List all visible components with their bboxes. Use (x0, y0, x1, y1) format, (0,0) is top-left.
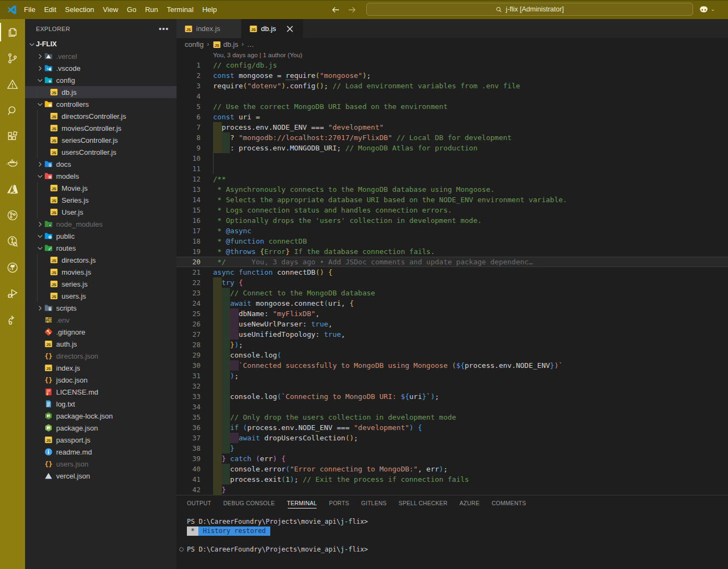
menu-edit[interactable]: Edit (40, 0, 60, 19)
menu-help[interactable]: Help (198, 0, 221, 19)
tree-item-vercel.json[interactable]: vercel.json (25, 470, 177, 482)
code-line-42[interactable]: 42 } (177, 485, 728, 495)
activitybar-search[interactable] (0, 98, 25, 124)
tree-item-directors.js[interactable]: JSdirectors.js (25, 254, 177, 266)
breadcrumb-item[interactable]: config (185, 40, 204, 49)
code-line-15[interactable]: 15 * Logs connection status and handles … (177, 205, 728, 215)
close-tab-icon[interactable] (284, 23, 295, 34)
code-line-12[interactable]: 12/** (177, 174, 728, 184)
forward-arrow-icon[interactable] (348, 5, 356, 14)
code-line-29[interactable]: 29 console.log( (177, 350, 728, 360)
tree-root[interactable]: J-FLIX (25, 38, 177, 50)
menu-selection[interactable]: Selection (60, 0, 98, 19)
code-line-40[interactable]: 40 console.error("Error connecting to Mo… (177, 464, 728, 474)
breadcrumb-item[interactable]: … (247, 40, 254, 49)
terminal[interactable]: PS D:\CareerFoundry\Projects\movie_api\j… (177, 510, 728, 569)
code-line-1[interactable]: 1// config/db.js (177, 60, 728, 70)
gitlens-codelens[interactable]: You, 3 days ago | 1 author (You) (177, 50, 728, 60)
tree-item-jsdoc.json[interactable]: {}jsdoc.json (25, 374, 177, 386)
tree-item-moviesController.js[interactable]: JSmoviesController.js (25, 122, 177, 134)
activitybar-azure[interactable] (0, 176, 25, 202)
menu-terminal[interactable]: Terminal (162, 0, 198, 19)
command-decoration-icon[interactable] (179, 547, 184, 552)
panel-tab-terminal[interactable]: TERMINAL (281, 495, 323, 510)
panel-tab-comments[interactable]: COMMENTS (486, 495, 532, 510)
tree-item-users.json[interactable]: {}users.json (25, 458, 177, 470)
tree-item-seriesController.js[interactable]: JSseriesController.js (25, 134, 177, 146)
code-line-26[interactable]: 26 useNewUrlParser: true, (177, 319, 728, 329)
code-line-23[interactable]: 23 // Connect to the MongoDB database (177, 288, 728, 298)
tree-item-Movie.js[interactable]: JSMovie.js (25, 182, 177, 194)
menu-view[interactable]: View (99, 0, 123, 19)
code-line-16[interactable]: 16 * Optionally drops the 'users' collec… (177, 215, 728, 226)
tree-item-models[interactable]: models (25, 170, 177, 182)
back-arrow-icon[interactable] (331, 5, 340, 14)
tree-item-series.js[interactable]: JSseries.js (25, 278, 177, 290)
code-line-39[interactable]: 39 } catch (err) { (177, 453, 728, 464)
tree-item-db.js[interactable]: JSdb.js (25, 86, 177, 98)
tree-item-index.js[interactable]: JSindex.js (25, 362, 177, 374)
code-editor[interactable]: You, 3 days ago | 1 author (You) 1// con… (177, 50, 728, 495)
tree-item-directorsController.js[interactable]: JSdirectorsController.js (25, 110, 177, 122)
tree-item-scripts[interactable]: scripts (25, 302, 177, 314)
code-line-28[interactable]: 28 }); (177, 340, 728, 350)
code-line-41[interactable]: 41 process.exit(1); // Exit the process … (177, 474, 728, 485)
tree-item-passport.js[interactable]: JSpassport.js (25, 434, 177, 446)
code-line-32[interactable]: 32 (177, 381, 728, 391)
code-line-6[interactable]: 6const uri = (177, 112, 728, 122)
breadcrumb-item[interactable]: db.js (223, 40, 238, 49)
activitybar-gitlens[interactable] (0, 228, 25, 255)
code-line-36[interactable]: 36 if (process.env.NODE_ENV === "develop… (177, 422, 728, 433)
tab-db.js[interactable]: JSdb.js (241, 19, 302, 38)
menu-file[interactable]: File (20, 0, 40, 19)
code-line-13[interactable]: 13 * Asynchronously connects to the Mong… (177, 184, 728, 195)
code-line-20[interactable]: 20 */ You, 3 days ago • Add JSDoc commen… (177, 257, 728, 267)
panel-tab-gitlens[interactable]: GITLENS (355, 495, 393, 510)
code-line-34[interactable]: 34 (177, 402, 728, 412)
tree-item-auth.js[interactable]: JSauth.js (25, 338, 177, 350)
code-line-9[interactable]: 9 : process.env.MONGODB_URI; // MongoDB … (177, 143, 728, 153)
code-line-21[interactable]: 21async function connectDB() { (177, 267, 728, 277)
tree-item-Series.js[interactable]: JSSeries.js (25, 194, 177, 206)
activitybar-live-share[interactable] (0, 307, 25, 333)
code-line-22[interactable]: 22 try { (177, 277, 728, 288)
tree-item-.gitignore[interactable]: .gitignore (25, 326, 177, 338)
code-line-17[interactable]: 17 * @async (177, 226, 728, 236)
code-line-10[interactable]: 10 (177, 153, 728, 164)
code-line-27[interactable]: 27 useUnifiedTopology: true, (177, 329, 728, 340)
code-line-4[interactable]: 4 (177, 91, 728, 101)
activitybar-problems[interactable] (0, 71, 25, 98)
tree-item-package-lock.json[interactable]: package-lock.json (25, 410, 177, 422)
code-line-30[interactable]: 30 `Connected successfully to MongoDB us… (177, 360, 728, 371)
tree-item-movies.js[interactable]: JSmovies.js (25, 266, 177, 278)
code-line-25[interactable]: 25 dbName: "myFlixDB", (177, 308, 728, 319)
tree-item-.vscode[interactable]: .vscode (25, 62, 177, 74)
panel-tab-ports[interactable]: PORTS (323, 495, 355, 510)
code-line-35[interactable]: 35 // Only drop the users collection in … (177, 412, 728, 422)
code-line-19[interactable]: 19 * @throws {Error} If the database con… (177, 246, 728, 257)
panel-tab-azure[interactable]: AZURE (453, 495, 486, 510)
tree-item-users.js[interactable]: JSusers.js (25, 290, 177, 302)
tree-item-User.js[interactable]: JSUser.js (25, 206, 177, 218)
menu-go[interactable]: Go (123, 0, 141, 19)
tree-item-.vercel[interactable]: .vercel (25, 50, 177, 62)
activitybar-github[interactable] (0, 255, 25, 281)
tree-item-config[interactable]: config (25, 74, 177, 86)
menu-run[interactable]: Run (141, 0, 162, 19)
tree-item-docs[interactable]: docs (25, 158, 177, 170)
activitybar-extensions[interactable] (0, 124, 25, 150)
code-line-5[interactable]: 5// Use the correct MongoDB URI based on… (177, 101, 728, 112)
panel-tab-debug-console[interactable]: DEBUG CONSOLE (217, 495, 281, 510)
tree-item-readme.md[interactable]: readme.md (25, 446, 177, 458)
activitybar-docker[interactable] (0, 150, 25, 176)
tree-item-routes[interactable]: routes (25, 242, 177, 254)
tree-item-log.txt[interactable]: log.txt (25, 398, 177, 410)
tree-item-node_modules[interactable]: node_modules (25, 218, 177, 230)
code-line-38[interactable]: 38 } (177, 443, 728, 453)
code-line-18[interactable]: 18 * @function connectDB (177, 236, 728, 246)
code-line-8[interactable]: 8 ? "mongodb://localhost:27017/myFlixDB"… (177, 132, 728, 143)
activitybar-explorer[interactable] (0, 19, 25, 45)
panel-tab-output[interactable]: OUTPUT (181, 495, 217, 510)
activitybar-git-graph[interactable] (0, 202, 25, 228)
command-center[interactable]: j-flix [Administrator] (366, 3, 693, 16)
